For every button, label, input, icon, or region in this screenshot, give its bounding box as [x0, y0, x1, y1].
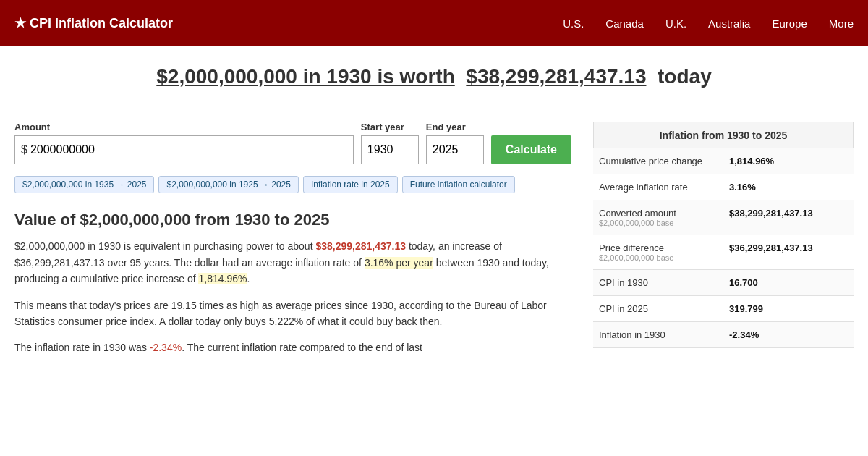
stats-caption: Inflation from 1930 to 2025 — [593, 122, 854, 148]
stat-value-cumulative: 1,814.96% — [723, 148, 854, 174]
stat-label-cpi-1930: CPI in 1930 — [593, 270, 723, 296]
nav-more[interactable]: More — [829, 17, 854, 30]
page-title: $2,000,000,000 in 1930 is worth $38,299,… — [14, 64, 854, 90]
stat-label-avg-rate: Average inflation rate — [593, 174, 723, 200]
table-row: Average inflation rate 3.16% — [593, 174, 854, 200]
inflation-rate-1930: -2.34% — [150, 342, 182, 353]
amount-input[interactable] — [30, 143, 347, 156]
header: ★ CPI Inflation Calculator U.S. Canada U… — [0, 0, 868, 46]
title-amount: $2,000,000,000 in 1930 is worth — [156, 65, 454, 88]
nav-us[interactable]: U.S. — [563, 17, 584, 30]
nav-europe[interactable]: Europe — [772, 17, 807, 30]
nav-uk[interactable]: U.K. — [665, 17, 686, 30]
stat-value-cpi-1930: 16.700 — [723, 270, 854, 296]
table-row: Converted amount $2,000,000,000 base $38… — [593, 200, 854, 235]
highlighted-cumulative: 1,814.96% — [198, 273, 247, 284]
stats-table: Inflation from 1930 to 2025 Cumulative p… — [593, 122, 854, 348]
start-year-label: Start year — [361, 122, 419, 132]
nav-australia[interactable]: Australia — [708, 17, 750, 30]
body-paragraph-1: $2,000,000,000 in 1930 is equivalent in … — [14, 238, 571, 287]
title-result: $38,299,281,437.13 — [466, 65, 646, 88]
highlighted-amount-today: $38,299,281,437.13 — [315, 240, 406, 252]
table-row: Cumulative price change 1,814.96% — [593, 148, 854, 174]
body-paragraph-2: This means that today's prices are 19.15… — [14, 297, 571, 330]
highlighted-rate: 3.16% per year — [365, 257, 433, 269]
stat-label-cpi-2025: CPI in 2025 — [593, 296, 723, 322]
stat-value-inflation-1930: -2.34% — [723, 322, 854, 348]
main-nav: U.S. Canada U.K. Australia Europe More — [563, 17, 854, 30]
calculate-button[interactable]: Calculate — [491, 135, 571, 164]
site-logo: ★ CPI Inflation Calculator — [14, 15, 173, 31]
quick-link-inflation-rate[interactable]: Inflation rate in 2025 — [303, 176, 398, 193]
quick-link-1925[interactable]: $2,000,000,000 in 1925 → 2025 — [158, 176, 298, 193]
amount-input-wrap: $ — [14, 135, 354, 164]
amount-field-group: Amount $ — [14, 122, 354, 164]
stat-label-converted: Converted amount $2,000,000,000 base — [593, 200, 723, 235]
logo-text: ★ CPI Inflation Calculator — [14, 15, 173, 31]
end-year-label: End year — [426, 122, 484, 132]
start-year-input[interactable] — [361, 135, 419, 164]
start-year-field-group: Start year — [361, 122, 419, 164]
quick-link-future[interactable]: Future inflation calculator — [402, 176, 515, 193]
dollar-symbol: $ — [21, 143, 27, 156]
quick-links: $2,000,000,000 in 1935 → 2025 $2,000,000… — [14, 176, 571, 193]
stat-value-cpi-2025: 319.799 — [723, 296, 854, 322]
table-row: CPI in 1930 16.700 — [593, 270, 854, 296]
right-panel: Inflation from 1930 to 2025 Cumulative p… — [593, 122, 854, 366]
amount-label: Amount — [14, 122, 354, 132]
title-today: today — [658, 65, 712, 88]
table-row: CPI in 2025 319.799 — [593, 296, 854, 322]
table-row: Inflation in 1930 -2.34% — [593, 322, 854, 348]
stat-label-cumulative: Cumulative price change — [593, 148, 723, 174]
table-row: Price difference $2,000,000,000 base $36… — [593, 235, 854, 270]
calculator-form: Amount $ Start year End year Calculate — [14, 122, 571, 164]
stat-value-converted: $38,299,281,437.13 — [723, 200, 854, 235]
stat-value-avg-rate: 3.16% — [723, 174, 854, 200]
main-content: Amount $ Start year End year Calculate $… — [0, 107, 868, 366]
end-year-field-group: End year — [426, 122, 484, 164]
end-year-input[interactable] — [426, 135, 484, 164]
nav-canada[interactable]: Canada — [605, 17, 644, 30]
quick-link-1935[interactable]: $2,000,000,000 in 1935 → 2025 — [14, 176, 154, 193]
left-panel: Amount $ Start year End year Calculate $… — [14, 122, 593, 366]
stat-label-price-diff: Price difference $2,000,000,000 base — [593, 235, 723, 270]
stat-label-inflation-1930: Inflation in 1930 — [593, 322, 723, 348]
stat-value-price-diff: $36,299,281,437.13 — [723, 235, 854, 270]
body-paragraph-3: The inflation rate in 1930 was -2.34%. T… — [14, 339, 571, 355]
section-heading: Value of $2,000,000,000 from 1930 to 202… — [14, 211, 571, 229]
